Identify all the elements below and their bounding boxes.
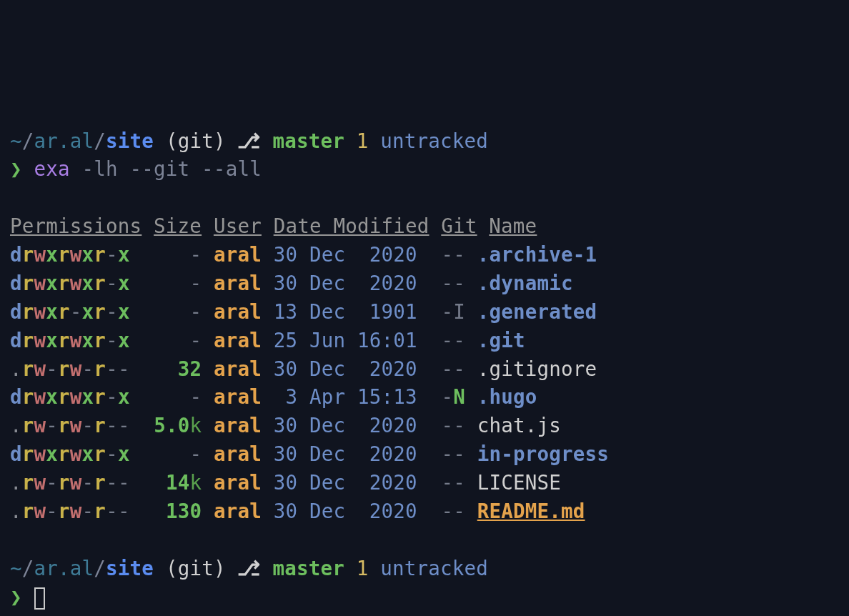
permissions-cell: .rw-rw-r-- — [10, 471, 142, 494]
permissions-cell: drwxr-xr-x — [10, 300, 142, 323]
date-cell: 30 Dec 2020 — [274, 500, 417, 522]
path-mid: ar.al — [34, 557, 94, 580]
git-status-cell: -- — [441, 442, 465, 465]
prompt-line-2: ~/ar.al/site (git) ⎇ master 1 untracked — [10, 555, 839, 583]
user-cell: aral — [214, 500, 262, 522]
vcs-label: git — [178, 129, 214, 152]
col-git: Git — [441, 214, 477, 237]
vcs-label: git — [178, 557, 214, 580]
name-cell: README.md — [477, 500, 585, 522]
name-cell: .hugo — [477, 385, 537, 408]
table-row: drwxrwxr-x - aral 25 Jun 16:01 -- .git — [10, 327, 839, 355]
size-cell: 130 — [166, 500, 202, 522]
name-cell: LICENSE — [477, 471, 561, 494]
permissions-cell: .rw-rw-r-- — [10, 414, 142, 437]
git-status-cell: -- — [441, 471, 465, 494]
path-sep: / — [94, 129, 106, 152]
path-sep: / — [22, 557, 34, 580]
user-cell: aral — [214, 385, 262, 408]
col-size: Size — [154, 214, 202, 237]
paren-open: ( — [154, 129, 178, 152]
size-unit: k — [189, 471, 202, 494]
table-row: drwxrwxr-x - aral 3 Apr 15:13 -N .hugo — [10, 383, 839, 412]
col-date: Date Modified — [274, 214, 430, 237]
git-status-cell: -I — [441, 300, 465, 323]
name-cell: .dynamic — [477, 272, 573, 294]
terminal-output[interactable]: ~/ar.al/site (git) ⎇ master 1 untracked❯… — [10, 127, 839, 612]
date-cell: 30 Dec 2020 — [274, 272, 417, 294]
git-status-cell: -- — [441, 272, 465, 294]
user-cell: aral — [214, 329, 262, 352]
table-row: .rw-rw-r-- 5.0k aral 30 Dec 2020 -- chat… — [10, 412, 839, 440]
table-row: drwxrwxr-x - aral 30 Dec 2020 -- .archiv… — [10, 241, 839, 269]
user-cell: aral — [214, 357, 262, 380]
current-dir: site — [106, 557, 154, 580]
size-cell: - — [189, 272, 202, 294]
git-status-cell: -N — [441, 385, 465, 408]
branch-icon: ⎇ — [226, 129, 273, 152]
permissions-cell: drwxrwxr-x — [10, 442, 142, 465]
name-cell: .generated — [477, 300, 597, 323]
branch-name: master — [272, 557, 344, 580]
size-cell: 14 — [166, 471, 190, 494]
permissions-cell: drwxrwxr-x — [10, 272, 142, 294]
current-dir: site — [106, 129, 154, 152]
prompt-tilde: ~ — [10, 557, 22, 580]
git-status-cell: -- — [441, 329, 465, 352]
git-status-cell: -- — [441, 357, 465, 380]
paren-close: ) — [214, 557, 226, 580]
git-status-cell: -- — [441, 243, 465, 266]
command-name: exa — [34, 157, 70, 180]
name-cell: in-progress — [477, 442, 609, 465]
permissions-cell: drwxrwxr-x — [10, 385, 142, 408]
date-cell: 30 Dec 2020 — [274, 471, 417, 494]
date-cell: 25 Jun 16:01 — [274, 329, 417, 352]
untracked-label: untracked — [380, 557, 488, 580]
table-row: .rw-rw-r-- 14k aral 30 Dec 2020 -- LICEN… — [10, 469, 839, 497]
user-cell: aral — [214, 442, 262, 465]
path-sep: / — [22, 129, 34, 152]
name-cell: .gitignore — [477, 357, 597, 380]
user-cell: aral — [214, 300, 262, 323]
cursor — [34, 587, 46, 609]
path-mid: ar.al — [34, 129, 94, 152]
size-cell: - — [189, 329, 202, 352]
date-cell: 30 Dec 2020 — [274, 357, 417, 380]
permissions-cell: drwxrwxr-x — [10, 243, 142, 266]
listing-header: Permissions Size User Date Modified Git … — [10, 212, 839, 241]
user-cell: aral — [214, 272, 262, 294]
col-user: User — [214, 214, 262, 237]
command-line: ❯ exa -lh --git --all — [10, 155, 839, 184]
date-cell: 13 Dec 1901 — [274, 300, 417, 323]
name-cell: .archive-1 — [477, 243, 597, 266]
user-cell: aral — [214, 414, 262, 437]
branch-icon: ⎇ — [226, 557, 273, 580]
prompt-line-1: ~/ar.al/site (git) ⎇ master 1 untracked — [10, 127, 839, 156]
size-cell: 32 — [178, 357, 202, 380]
permissions-cell: .rw-rw-r-- — [10, 357, 142, 380]
prompt-chevron: ❯ — [10, 585, 34, 608]
col-permissions: Permissions — [10, 214, 142, 237]
user-cell: aral — [214, 243, 262, 266]
date-cell: 30 Dec 2020 — [274, 442, 417, 465]
permissions-cell: drwxrwxr-x — [10, 329, 142, 352]
date-cell: 3 Apr 15:13 — [274, 385, 417, 408]
path-sep: / — [94, 557, 106, 580]
size-cell: - — [189, 442, 202, 465]
name-cell: .git — [477, 329, 525, 352]
size-cell: - — [189, 300, 202, 323]
table-row: drwxrwxr-x - aral 30 Dec 2020 -- .dynami… — [10, 269, 839, 298]
branch-name: master — [272, 129, 344, 152]
size-cell: - — [189, 385, 202, 408]
command-flags: -lh --git --all — [70, 157, 262, 180]
prompt-tilde: ~ — [10, 129, 22, 152]
permissions-cell: .rw-rw-r-- — [10, 500, 142, 522]
table-row: .rw-rw-r-- 130 aral 30 Dec 2020 -- READM… — [10, 497, 839, 526]
git-status-cell: -- — [441, 414, 465, 437]
size-unit: k — [189, 414, 202, 437]
prompt-input-line[interactable]: ❯ — [10, 583, 839, 612]
size-cell: 5.0 — [154, 414, 189, 437]
untracked-label: untracked — [380, 129, 488, 152]
name-cell: chat.js — [477, 414, 561, 437]
date-cell: 30 Dec 2020 — [274, 243, 417, 266]
